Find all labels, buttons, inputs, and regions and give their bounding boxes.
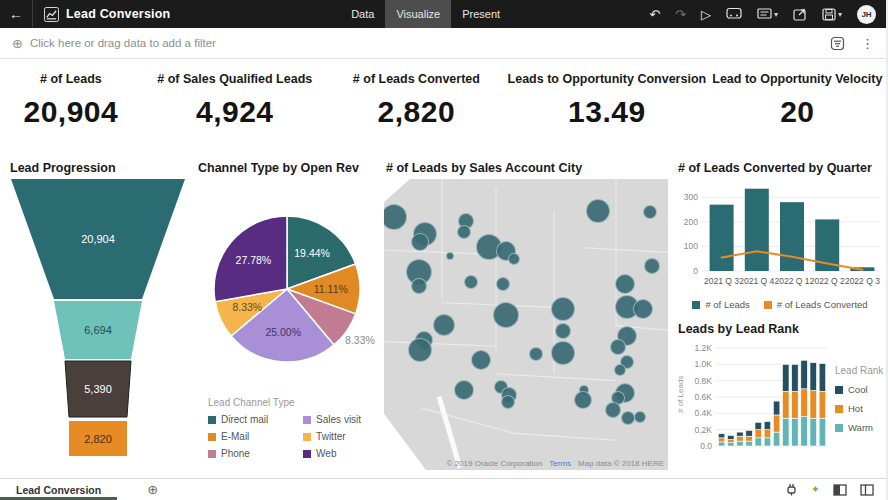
kpi-tile[interactable]: Leads to Opportunity Conversion13.49 bbox=[505, 72, 709, 129]
stacked-bar-segment-warm[interactable] bbox=[746, 441, 753, 446]
legend-item-direct-mail[interactable]: Direct mail bbox=[208, 414, 287, 425]
back-button[interactable]: ← bbox=[0, 6, 32, 22]
stacked-bar-segment-hot[interactable] bbox=[718, 438, 725, 442]
stacked-bar-segment-cool[interactable] bbox=[746, 430, 753, 436]
tab-data[interactable]: Data bbox=[340, 0, 385, 28]
legend-item-e-mail[interactable]: E-Mail bbox=[208, 431, 287, 442]
stacked-bar-segment-hot[interactable] bbox=[728, 439, 735, 442]
stacked-bar-segment-hot[interactable] bbox=[819, 391, 826, 418]
add-filter-icon[interactable]: ⊕ bbox=[12, 36, 23, 51]
user-avatar[interactable]: JH bbox=[857, 5, 876, 24]
stacked-bar-segment-cool[interactable] bbox=[792, 364, 799, 391]
stacked-bar-segment-cool[interactable] bbox=[801, 360, 808, 389]
stacked-bar-segment-cool[interactable] bbox=[783, 364, 790, 391]
kpi-tile[interactable]: # of Leads Converted2,820 bbox=[328, 72, 505, 129]
stacked-bar-segment-warm[interactable] bbox=[819, 418, 826, 446]
legend-item-web[interactable]: Web bbox=[303, 448, 380, 459]
stacked-bar-segment-warm[interactable] bbox=[718, 442, 725, 446]
preview-play-icon[interactable]: ▷ bbox=[701, 8, 711, 21]
map-bubble[interactable] bbox=[433, 314, 455, 336]
pie-chart[interactable]: 19.44%11.11%8.33%25.00%8.33%27.78% bbox=[196, 179, 380, 377]
tab-present[interactable]: Present bbox=[451, 0, 511, 28]
stacked-bar-segment-cool[interactable] bbox=[773, 401, 780, 415]
stacked-bar-segment-cool[interactable] bbox=[718, 434, 725, 438]
combo-legend-item[interactable]: # of Leads bbox=[692, 299, 749, 310]
stacked-bar-segment-hot[interactable] bbox=[746, 436, 753, 441]
save-icon[interactable] bbox=[822, 8, 836, 21]
stacked-bar-segment-cool[interactable] bbox=[810, 363, 817, 391]
canvas-tab-lead-conversion[interactable]: Lead Conversion bbox=[0, 479, 117, 500]
kpi-tile[interactable]: # of Leads20,904 bbox=[0, 72, 142, 129]
kpi-tile[interactable]: # of Sales Qualified Leads4,924 bbox=[142, 72, 328, 129]
combo-bar[interactable] bbox=[745, 189, 769, 271]
touch-icon[interactable] bbox=[785, 483, 798, 496]
funnel-chart[interactable]: 20,9046,6945,3902,820 bbox=[8, 179, 188, 459]
map-bubble[interactable] bbox=[446, 252, 454, 260]
map-bubble[interactable] bbox=[614, 364, 626, 376]
legend-item-phone[interactable]: Phone bbox=[208, 448, 287, 459]
stacked-bar-segment-hot[interactable] bbox=[764, 430, 771, 438]
legend-item-twitter[interactable]: Twitter bbox=[303, 431, 380, 442]
map-bubble[interactable] bbox=[408, 338, 432, 362]
map-bubble[interactable] bbox=[411, 233, 429, 251]
legend-item-hot[interactable]: Hot bbox=[835, 403, 883, 414]
auto-insights-sparkle-icon[interactable]: ✦ bbox=[811, 483, 820, 496]
map-bubble[interactable] bbox=[574, 391, 592, 409]
map-bubble[interactable] bbox=[471, 350, 491, 370]
map-bubble[interactable] bbox=[411, 278, 427, 294]
map-terms-link[interactable]: Terms bbox=[549, 459, 571, 468]
combo-legend-item[interactable]: # of Leads Converted bbox=[764, 299, 868, 310]
stacked-bar-segment-warm[interactable] bbox=[737, 441, 744, 446]
map-bubble[interactable] bbox=[551, 341, 575, 365]
stacked-bar-chart[interactable]: 0.00.2K0.4K0.6K0.8K1.0K1.2K bbox=[685, 340, 829, 458]
redo-icon[interactable]: ↷ bbox=[675, 8, 686, 21]
map-panel[interactable]: # of Leads by Sales Account City © 2 bbox=[384, 151, 668, 476]
stacked-bar-segment-hot[interactable] bbox=[792, 391, 799, 418]
add-canvas-icon[interactable]: ⊕ bbox=[147, 482, 158, 497]
map-bubble[interactable] bbox=[501, 395, 515, 409]
stacked-bar-segment-hot[interactable] bbox=[737, 436, 744, 441]
filter-prompt[interactable]: Click here or drag data to add a filter bbox=[30, 37, 216, 49]
stacked-bar-segment-warm[interactable] bbox=[764, 438, 771, 446]
present-screen-icon[interactable] bbox=[726, 7, 742, 21]
stacked-bar-segment-hot[interactable] bbox=[755, 430, 762, 438]
stacked-bar-segment-hot[interactable] bbox=[810, 390, 817, 418]
stacked-bar-segment-warm[interactable] bbox=[728, 443, 735, 446]
stacked-bar-segment-hot[interactable] bbox=[801, 389, 808, 417]
stacked-bar-segment-cool[interactable] bbox=[728, 435, 735, 439]
annotation-icon[interactable] bbox=[757, 8, 772, 21]
stacked-bar-segment-warm[interactable] bbox=[792, 418, 799, 446]
funnel-panel[interactable]: Lead Progression 20,9046,6945,3902,820 bbox=[8, 151, 190, 476]
stacked-bar-segment-hot[interactable] bbox=[773, 415, 780, 432]
map-bubble[interactable] bbox=[610, 339, 626, 355]
map-bubble[interactable] bbox=[457, 225, 471, 239]
tab-visualize[interactable]: Visualize bbox=[385, 0, 451, 28]
kpi-tile[interactable]: Lead to Opportunity Velocity20 bbox=[709, 72, 886, 129]
stacked-bar-segment-cool[interactable] bbox=[755, 422, 762, 429]
stacked-bar-segment-warm[interactable] bbox=[755, 438, 762, 446]
stacked-bar-segment-cool[interactable] bbox=[737, 432, 744, 436]
layout-right-panel-icon[interactable] bbox=[860, 484, 874, 496]
stacked-bar-segment-cool[interactable] bbox=[764, 422, 771, 430]
stacked-bar-segment-warm[interactable] bbox=[810, 418, 817, 446]
pie-panel[interactable]: Channel Type by Open Rev 19.44%11.11%8.3… bbox=[196, 151, 380, 476]
stacked-bar-segment-warm[interactable] bbox=[773, 432, 780, 446]
legend-item-warm[interactable]: Warm bbox=[835, 422, 883, 433]
stacked-bar-segment-cool[interactable] bbox=[819, 364, 826, 392]
map-bubble[interactable] bbox=[634, 411, 646, 423]
filter-controls-icon[interactable] bbox=[830, 36, 845, 51]
combo-chart[interactable]: 01002003002021 Q 32021 Q 42022 Q 12022 Q… bbox=[676, 179, 884, 291]
map-bubble[interactable] bbox=[551, 297, 575, 321]
legend-item-cool[interactable]: Cool bbox=[835, 384, 883, 395]
layout-left-panel-icon[interactable] bbox=[833, 484, 847, 496]
combo-bar[interactable] bbox=[780, 202, 804, 271]
filter-bar[interactable]: ⊕ Click here or drag data to add a filte… bbox=[0, 28, 886, 59]
map-bubble[interactable] bbox=[454, 380, 474, 400]
legend-item-sales-visit[interactable]: Sales visit bbox=[303, 414, 380, 425]
bubble-map[interactable]: © 2019 Oracle CorporationTermsMap data ©… bbox=[384, 179, 668, 470]
combo-bar[interactable] bbox=[710, 205, 734, 271]
stacked-bar-segment-hot[interactable] bbox=[783, 391, 790, 418]
stacked-bar-segment-warm[interactable] bbox=[783, 418, 790, 446]
map-bubble[interactable] bbox=[493, 302, 519, 328]
stacked-bar-segment-warm[interactable] bbox=[801, 417, 808, 446]
